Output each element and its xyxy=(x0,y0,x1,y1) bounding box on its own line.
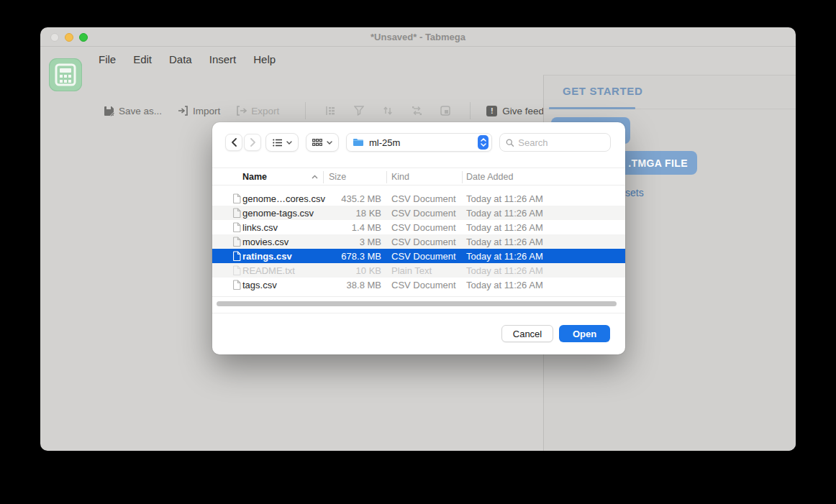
file-row[interactable]: genome-tags.csv 18 KB CSV Document Today… xyxy=(212,206,625,220)
file-size: 3 MB xyxy=(323,237,381,247)
folder-stepper-icon[interactable] xyxy=(478,135,489,150)
file-date: Today at 11:26 AM xyxy=(466,237,543,247)
search-input[interactable] xyxy=(518,137,604,148)
save-as-label: Save as... xyxy=(119,106,162,116)
chevron-down-icon xyxy=(286,141,292,145)
import-label: Import xyxy=(193,106,220,116)
divider xyxy=(212,313,625,313)
save-as-button[interactable]: Save as... xyxy=(104,106,162,116)
file-row[interactable]: movies.csv 3 MB CSV Document Today at 11… xyxy=(212,234,625,249)
horizontal-scrollbar[interactable] xyxy=(217,301,617,306)
file-date: Today at 11:26 AM xyxy=(466,251,543,262)
file-name: genome-tags.csv xyxy=(242,208,314,219)
search-field[interactable] xyxy=(499,133,611,152)
file-document-icon xyxy=(233,265,241,275)
import-icon xyxy=(178,106,188,116)
row-height-icon xyxy=(324,105,336,116)
file-date: Today at 11:26 AM xyxy=(466,193,543,204)
title-bar: *Unsaved* - Tabmega xyxy=(40,27,796,47)
file-name: tags.csv xyxy=(242,280,277,290)
group-view-dropdown[interactable] xyxy=(306,133,339,152)
tab-get-started[interactable]: GET STARTED xyxy=(563,85,642,97)
sort-icon xyxy=(382,105,394,116)
file-document-icon xyxy=(233,222,241,232)
file-row[interactable]: links.csv 1.4 MB CSV Document Today at 1… xyxy=(212,220,625,234)
column-header-kind[interactable]: Kind xyxy=(391,172,409,182)
file-name: README.txt xyxy=(242,265,295,276)
filter-icon xyxy=(353,105,365,116)
file-row[interactable]: genome…cores.csv 435.2 MB CSV Document T… xyxy=(212,191,625,206)
file-size: 678.3 MB xyxy=(323,251,381,262)
file-kind: CSV Document xyxy=(391,222,456,233)
forward-button xyxy=(244,134,261,151)
menu-bar: File Edit Data Insert Help xyxy=(99,53,276,65)
file-size: 38.8 MB xyxy=(323,280,381,290)
file-row[interactable]: README.txt 10 KB Plain Text Today at 11:… xyxy=(212,263,625,278)
current-folder-label: ml-25m xyxy=(369,137,473,148)
file-date: Today at 11:26 AM xyxy=(466,265,543,276)
file-document-icon xyxy=(233,193,241,203)
toolbar: Save as... Import Export ! Give feedb xyxy=(104,101,565,120)
menu-file[interactable]: File xyxy=(99,53,116,65)
file-date: Today at 11:26 AM xyxy=(466,280,543,290)
file-document-icon xyxy=(233,237,241,247)
app-window: *Unsaved* - Tabmega File Edit Data Inser… xyxy=(40,27,796,451)
column-divider xyxy=(323,171,324,183)
folder-icon xyxy=(353,138,364,147)
file-size: 435.2 MB xyxy=(323,193,381,204)
column-header-size[interactable]: Size xyxy=(329,172,346,182)
file-size: 10 KB xyxy=(323,265,381,276)
file-size: 1.4 MB xyxy=(323,222,381,233)
chevron-right-icon xyxy=(250,138,256,147)
file-kind: CSV Document xyxy=(391,280,456,290)
search-icon xyxy=(506,138,514,147)
column-divider xyxy=(462,171,463,183)
window-title: *Unsaved* - Tabmega xyxy=(40,32,796,42)
column-divider xyxy=(386,171,387,183)
column-header-name[interactable]: Name xyxy=(242,172,267,182)
file-date: Today at 11:26 AM xyxy=(466,208,543,219)
open-button[interactable]: Open xyxy=(559,325,610,342)
column-header-date-added[interactable]: Date Added xyxy=(466,172,513,182)
file-date: Today at 11:26 AM xyxy=(466,222,543,233)
active-tab-underline xyxy=(549,107,635,109)
file-kind: Plain Text xyxy=(391,265,432,276)
merge-cells-icon xyxy=(440,105,451,116)
file-kind: CSV Document xyxy=(391,251,456,262)
file-kind: CSV Document xyxy=(391,208,456,219)
list-view-dropdown[interactable] xyxy=(265,133,299,152)
export-button: Export xyxy=(236,106,279,116)
menu-edit[interactable]: Edit xyxy=(133,53,152,65)
app-logo-icon xyxy=(49,58,82,91)
grid-view-icon xyxy=(312,139,322,147)
file-table-header: Name Size Kind Date Added xyxy=(212,168,625,185)
chevron-left-icon xyxy=(231,138,237,147)
export-icon xyxy=(236,106,247,116)
menu-help[interactable]: Help xyxy=(253,53,276,65)
feedback-icon: ! xyxy=(486,106,497,116)
example-datasets-link[interactable]: sets xyxy=(625,187,644,198)
file-document-icon xyxy=(233,251,241,261)
file-open-dialog: ml-25m Name Size Kind Date Added genome…… xyxy=(212,122,625,354)
file-name: links.csv xyxy=(242,222,278,233)
file-kind: CSV Document xyxy=(391,193,456,204)
file-document-icon xyxy=(233,208,241,218)
file-row[interactable]: ratings.csv 678.3 MB CSV Document Today … xyxy=(212,249,625,263)
toolbar-divider xyxy=(305,102,306,119)
menu-data[interactable]: Data xyxy=(169,53,192,65)
menu-insert[interactable]: Insert xyxy=(209,53,237,65)
save-icon xyxy=(104,106,114,116)
file-kind: CSV Document xyxy=(391,237,456,247)
cancel-button[interactable]: Cancel xyxy=(501,325,553,342)
folder-select[interactable]: ml-25m xyxy=(346,133,492,152)
chevron-down-icon xyxy=(327,141,332,145)
file-document-icon xyxy=(233,280,241,290)
file-row[interactable]: tags.csv 38.8 MB CSV Document Today at 1… xyxy=(212,278,625,292)
divider xyxy=(212,296,625,297)
file-name: movies.csv xyxy=(242,237,288,247)
export-label: Export xyxy=(251,106,279,116)
list-view-icon xyxy=(273,139,282,147)
import-button[interactable]: Import xyxy=(178,106,220,116)
back-button[interactable] xyxy=(225,134,242,151)
file-name: genome…cores.csv xyxy=(242,193,325,204)
